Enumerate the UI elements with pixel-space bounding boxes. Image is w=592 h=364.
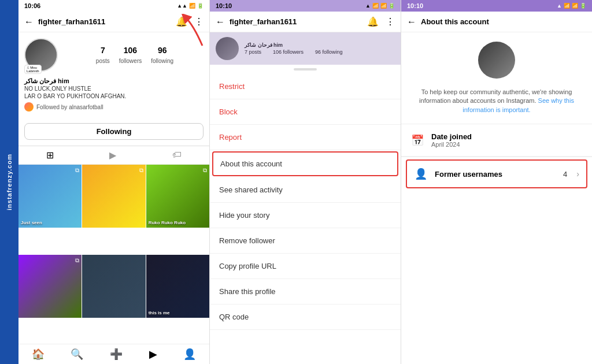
nav-bar-3: ← About this account: [401, 12, 592, 32]
photo-icon-3: ⧉: [203, 167, 207, 174]
profile-top: ♫ MouLabrinth 7 posts 106 followers 96 f…: [24, 38, 204, 73]
user-icon: 👤: [414, 168, 428, 180]
photo-icon-4: ⧉: [75, 257, 79, 264]
menu-item-restrict[interactable]: Restrict: [210, 74, 401, 99]
profile-tab-bar: ⊞ ▶ 🏷: [18, 146, 209, 165]
chevron-right-icon: ›: [576, 169, 579, 179]
search-nav-icon[interactable]: 🔍: [71, 348, 83, 361]
date-joined-value: April 2024: [431, 141, 583, 148]
stat-following: 96 following: [151, 46, 173, 65]
back-button-2[interactable]: ←: [216, 17, 225, 27]
profile-bio-line2: LAR O BAR YO PUKHTOON AFGHAN.: [24, 92, 204, 100]
avatar-container: ♫ MouLabrinth: [24, 38, 59, 73]
tab-reels[interactable]: ▶: [109, 150, 116, 161]
menu-item-remove-follower[interactable]: Remove follower: [210, 228, 401, 254]
photo-cell-6: this is me: [146, 255, 209, 318]
phone-panel-2: 10:10 ▲ 📶 📶 🔋 ← fighter_farhan1611 🔔 ⋮ ف…: [210, 0, 401, 364]
username-label-1: fighter_farhan1611: [38, 17, 171, 26]
former-usernames-title: Former usernames: [435, 170, 556, 179]
username-label-2: fighter_farhan1611: [230, 17, 362, 26]
photo-cell-2: ⧉: [82, 165, 145, 228]
photo-cell-1: ⧉ Just seen: [18, 165, 82, 228]
avatar-preview-2: [216, 37, 239, 60]
nav-bar-1: ← fighter_farhan1611 🔔 ⋮: [18, 12, 209, 32]
stat-followers: 106 followers: [119, 46, 142, 65]
menu-item-copy-url[interactable]: Copy profile URL: [210, 254, 401, 279]
brand-sidebar: instafrenzy.com: [0, 0, 18, 364]
photo-cell-3: ⧉ Ruko Ruko Ruko: [146, 165, 209, 228]
more-icon-2[interactable]: ⋮: [386, 16, 395, 27]
menu-item-qr[interactable]: QR code: [210, 304, 401, 330]
phone-panel-3: 10:10 ▲ 📶 📶 🔋 ← About this account To he…: [401, 0, 592, 364]
date-joined-content: Date joined April 2024: [431, 132, 583, 148]
profile-bio-line1: NO LUCK,ONLY HUSTLE: [24, 85, 204, 92]
menu-item-about[interactable]: About this account: [212, 151, 398, 176]
tab-grid[interactable]: ⊞: [46, 150, 54, 161]
photo-label-3: Ruko Ruko Ruko: [149, 220, 186, 225]
stat-posts: 7 posts: [96, 46, 110, 65]
status-time-3: 10:10: [407, 2, 423, 9]
page-title-3: About this account: [421, 17, 586, 26]
about-divider-2: [401, 157, 592, 157]
status-bar-2: 10:10 ▲ 📶 📶 🔋: [210, 0, 401, 12]
menu-item-block[interactable]: Block: [210, 99, 401, 125]
bell-icon-2[interactable]: 🔔: [367, 16, 379, 27]
profile-nav-icon[interactable]: 👤: [183, 348, 196, 361]
home-nav-icon[interactable]: 🏠: [32, 348, 45, 361]
profile-name: فرحان شاكر him: [24, 77, 204, 85]
menu-item-hide-story[interactable]: Hide your story: [210, 203, 401, 228]
menu-item-shared[interactable]: See shared activity: [210, 177, 401, 203]
context-menu: Restrict Block Report About this account…: [210, 74, 401, 364]
status-icons-2: ▲ 📶 📶 🔋: [365, 3, 395, 9]
about-avatar: [478, 42, 515, 79]
followed-by: Followed by alnasarfotball: [24, 102, 204, 112]
preview-stats-2: 7 posts 106 followers 96 following: [245, 49, 343, 55]
followed-avatar: [24, 102, 34, 112]
about-description: To help keep our community authentic, we…: [401, 83, 592, 124]
drag-handle: [294, 68, 317, 70]
status-bar-3: 10:10 ▲ 📶 📶 🔋: [401, 0, 592, 12]
reels-nav-icon[interactable]: ▶: [149, 348, 157, 361]
add-nav-icon[interactable]: ➕: [110, 348, 123, 361]
photo-icon-1: ⧉: [75, 167, 79, 174]
more-icon-1[interactable]: ⋮: [194, 16, 204, 27]
about-avatar-section: [401, 32, 592, 83]
photo-label-1: Just seen: [21, 220, 42, 225]
nav-icons-1: 🔔 ⋮: [176, 16, 204, 27]
stats-container: 7 posts 106 followers 96 following: [66, 46, 204, 65]
bottom-nav: 🏠 🔍 ➕ ▶ 👤: [18, 344, 209, 364]
photo-grid: ⧉ Just seen ⧉ ⧉ Ruko Ruko Ruko ⧉ this is…: [18, 165, 209, 344]
status-time-1: 10:06: [24, 2, 40, 9]
menu-item-share-profile[interactable]: Share this profile: [210, 279, 401, 304]
former-usernames-count: 4: [563, 170, 567, 179]
status-time-2: 10:10: [216, 2, 232, 9]
tab-tagged[interactable]: 🏷: [172, 150, 182, 161]
photo-label-6: this is me: [149, 310, 170, 315]
nav-bar-2: ← fighter_farhan1611 🔔 ⋮: [210, 12, 401, 32]
status-icons-3: ▲ 📶 📶 🔋: [557, 3, 586, 9]
photo-cell-4: ⧉: [18, 255, 82, 318]
phone-panel-1: 10:06 ▲▲ 📶 🔋 ← fighter_farhan1611 🔔 ⋮: [18, 0, 210, 364]
photo-cell-5: [82, 255, 145, 318]
about-row-former-usernames[interactable]: 👤 Former usernames 4 ›: [406, 159, 587, 188]
music-badge: ♫ MouLabrinth: [24, 65, 42, 74]
calendar-icon: 📅: [410, 134, 424, 147]
status-bar-1: 10:06 ▲▲ 📶 🔋: [18, 0, 209, 12]
about-content: To help keep our community authentic, we…: [401, 32, 592, 364]
preview-name-2: فرحان شاكر him: [245, 42, 343, 48]
profile-section-1: ♫ MouLabrinth 7 posts 106 followers 96 f…: [18, 32, 209, 117]
menu-item-report[interactable]: Report: [210, 125, 401, 150]
profile-preview-2: فرحان شاكر him 7 posts 106 followers 96 …: [210, 32, 401, 65]
about-row-date-joined: 📅 Date joined April 2024: [401, 124, 592, 157]
back-button-1[interactable]: ←: [24, 17, 34, 27]
nav-icons-2: 🔔 ⋮: [367, 16, 395, 27]
back-button-3[interactable]: ←: [407, 17, 416, 27]
menu-handle: [210, 65, 401, 74]
following-button[interactable]: Following: [24, 123, 204, 140]
status-icons-1: ▲▲ 📶 🔋: [177, 3, 204, 9]
bell-icon-1[interactable]: 🔔: [176, 16, 187, 27]
photo-icon-2: ⧉: [139, 167, 143, 174]
date-joined-title: Date joined: [431, 132, 583, 141]
former-usernames-content: Former usernames: [435, 170, 556, 179]
